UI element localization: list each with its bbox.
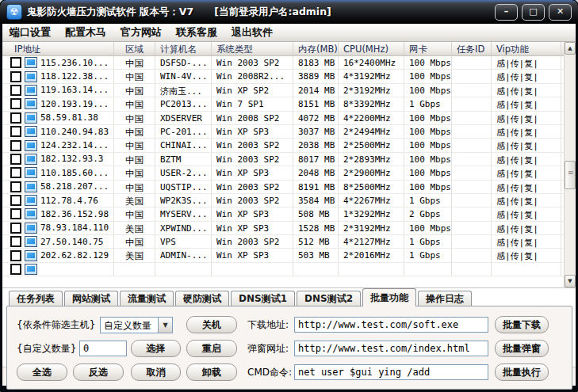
column-header-6[interactable]: 网卡 (404, 42, 452, 55)
row-checkbox[interactable] (10, 167, 21, 178)
table-row[interactable]: 115.236.10...中国DSFSD-...Win 2003 SP28183… (2, 56, 576, 70)
uninstall-button[interactable]: 卸载 (186, 363, 237, 381)
row-checkbox[interactable] (10, 57, 21, 68)
batch-popup-button[interactable]: 批量弹窗 (495, 340, 549, 357)
cell-memory: 1528 MB (293, 222, 339, 234)
row-checkbox[interactable] (10, 250, 21, 261)
table-row[interactable]: 110.185.60...中国USER-2...Win XP SP32048 M… (2, 166, 576, 180)
table-row[interactable]: 78.93.184.110美国XPWIND...Win XP SP31528 M… (2, 222, 576, 235)
column-header-7[interactable]: 任务ID (452, 42, 492, 55)
cell-cpu (339, 263, 404, 276)
cell-task-id (452, 222, 492, 234)
column-header-2[interactable]: 计算机名 (155, 42, 212, 55)
chevron-down-icon[interactable]: ▼ (158, 318, 172, 333)
menu-item-2[interactable]: 官方网站 (113, 25, 169, 40)
tab-3[interactable]: 硬防测试 (175, 291, 229, 306)
table-row[interactable]: 182.36.152.98中国MYSERV...Win XP SP3508 MB… (2, 207, 576, 221)
cell-memory: 4072 MB (293, 112, 339, 124)
cell-computer-name: PC-201... (155, 125, 212, 138)
table-row[interactable]: 120.193.19...中国PC2013...Win 7 SP18151 MB… (2, 97, 576, 111)
column-header-1[interactable]: 区域 (114, 42, 155, 55)
restart-button[interactable]: 重启 (186, 340, 237, 357)
row-checkbox[interactable] (10, 223, 21, 234)
cell-task-id (452, 249, 492, 261)
row-checkbox[interactable] (10, 154, 21, 165)
ip-address: 78.93.184.110 (40, 223, 109, 233)
table-row[interactable]: 112.78.4.76美国WP2K3S...Win 2003 SP23584 M… (2, 194, 576, 207)
download-url-input[interactable] (294, 317, 488, 333)
filter-combobox[interactable]: 自定义数量 ▼ (100, 317, 173, 333)
cell-memory: 2048 MB (293, 166, 339, 179)
table-row[interactable] (2, 263, 576, 276)
table-row[interactable]: 58.59.81.38中国XDSERVERWin 2008 SP24072 MB… (2, 112, 576, 125)
cell-nic (404, 263, 452, 276)
cell-region: 中国 (114, 125, 155, 138)
cancel-button[interactable]: 取消 (131, 363, 181, 381)
column-header-5[interactable]: CPU(MHz) (339, 42, 404, 55)
row-checkbox[interactable] (10, 85, 21, 96)
tab-5[interactable]: DNS测试2 (297, 291, 361, 306)
table-row[interactable]: 119.163.14...中国济南玉...Win XP SP22014 MB2*… (2, 84, 576, 97)
cell-region: 中国 (114, 84, 155, 97)
column-header-4[interactable]: 内存(MB) (293, 42, 339, 55)
table-row[interactable]: 58.218.207...中国UQSTIP...Win 2003 SP28191… (2, 181, 576, 194)
close-button[interactable]: ✕ (549, 4, 572, 21)
row-checkbox[interactable] (10, 98, 21, 109)
row-checkbox[interactable] (10, 236, 21, 247)
row-checkbox[interactable] (10, 140, 21, 151)
shutdown-button[interactable]: 关机 (186, 316, 237, 333)
table-row[interactable]: 118.122.38...中国WIN-4V...Win 2008R2...388… (2, 70, 576, 83)
tab-1[interactable]: 网站测试 (64, 291, 118, 306)
scrollbar-thumb[interactable] (565, 161, 576, 189)
menu-item-0[interactable]: 端口设置 (2, 25, 58, 40)
cell-region: 中国 (114, 166, 155, 179)
cell-nic: 100 Mbps (404, 125, 452, 138)
column-header-3[interactable]: 系统类型 (212, 42, 293, 55)
cell-cpu: 8*2500MHz (339, 181, 404, 193)
table-row[interactable]: 124.232.14...中国CHINAI...Win 2003 SP22038… (2, 139, 576, 152)
tab-7[interactable]: 操作日志 (418, 291, 472, 306)
row-checkbox[interactable] (10, 181, 21, 192)
select-all-button[interactable]: 全选 (17, 363, 67, 381)
cell-computer-name: DSFSD-... (155, 56, 212, 69)
cell-nic: 100 Mbps (404, 181, 452, 193)
cmd-input[interactable] (294, 364, 488, 380)
choose-button[interactable]: 选择 (131, 340, 181, 357)
table-row[interactable]: 182.132.93.3中国BZTMWin 2003 SP28017 MB2*2… (2, 153, 576, 166)
table-row[interactable]: 202.62.82.129美国ADMIN-...Win XP SP3503 MB… (2, 249, 576, 262)
vertical-scrollbar[interactable]: ▲ ▼ (564, 42, 576, 287)
scroll-up-icon[interactable]: ▲ (565, 42, 576, 55)
menu-item-4[interactable]: 退出软件 (224, 25, 280, 40)
row-checkbox[interactable] (10, 195, 21, 206)
computer-icon (25, 71, 37, 82)
row-checkbox[interactable] (10, 71, 21, 82)
table-row[interactable]: 27.50.140.75中国VPSWin 2003 SP2512 MB4*212… (2, 235, 576, 249)
row-checkbox[interactable] (10, 264, 21, 275)
column-header-0[interactable]: IP地址 (2, 42, 114, 55)
row-checkbox[interactable] (10, 112, 21, 124)
minimize-button[interactable]: – (495, 4, 518, 21)
tab-4[interactable]: DNS测试1 (231, 291, 295, 306)
scroll-down-icon[interactable]: ▼ (565, 275, 576, 287)
invert-selection-button[interactable]: 反选 (73, 363, 124, 381)
client-area: 端口设置配置木马官方网站联系客服退出软件 IP地址区域计算机名系统类型内存(MB… (2, 24, 576, 385)
tab-6[interactable]: 批量功能 (362, 288, 416, 306)
tab-0[interactable]: 任务列表 (9, 291, 63, 306)
popup-url-input[interactable] (294, 341, 488, 356)
column-header-8[interactable]: Vip功能 (492, 42, 561, 55)
row-checkbox[interactable] (10, 126, 21, 137)
row-checkbox[interactable] (10, 208, 21, 219)
cell-nic: 100 Mbps (404, 222, 452, 234)
menu-item-3[interactable]: 联系客服 (169, 25, 224, 40)
menu-item-1[interactable]: 配置木马 (58, 25, 113, 40)
batch-exec-button[interactable]: 批量执行 (495, 363, 549, 381)
ip-address: 118.122.38... (40, 71, 109, 82)
custom-count-input[interactable] (79, 341, 127, 356)
filter-combobox-value: 自定义数量 (101, 318, 158, 333)
maximize-button[interactable]: □ (522, 4, 545, 21)
cell-computer-name: ADMIN-... (155, 249, 212, 261)
ip-address: 115.236.10... (40, 58, 109, 68)
table-row[interactable]: 110.240.94.83中国PC-201...Win XP SP33037 M… (2, 125, 576, 139)
tab-2[interactable]: 流量测试 (120, 291, 174, 306)
batch-download-button[interactable]: 批量下载 (495, 316, 549, 333)
